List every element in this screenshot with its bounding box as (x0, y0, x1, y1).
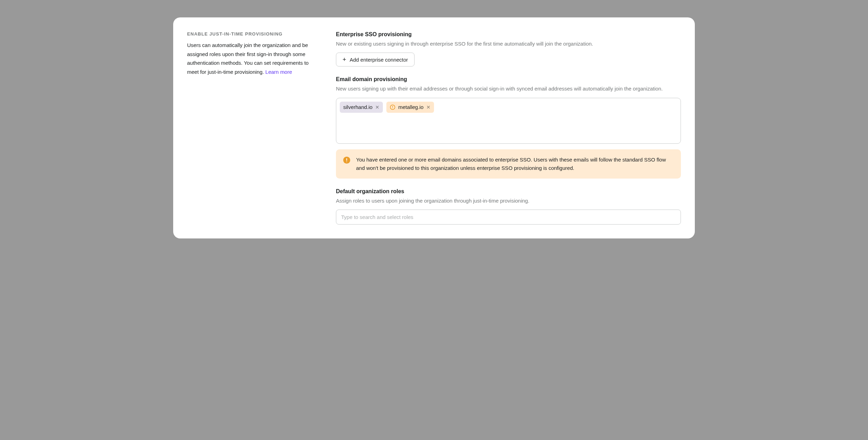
plus-icon: + (343, 56, 346, 63)
domain-tag: silverhand.io ✕ (340, 102, 383, 113)
email-domain-section: Email domain provisioning New users sign… (336, 76, 681, 178)
roles-title: Default organization roles (336, 188, 681, 195)
close-icon[interactable]: ✕ (426, 105, 431, 110)
settings-card: ENABLE JUST-IN-TIME PROVISIONING Users c… (173, 17, 695, 238)
email-title: Email domain provisioning (336, 76, 681, 82)
add-button-label: Add enterprise connector (350, 57, 408, 63)
alert-text: You have entered one or more email domai… (356, 156, 674, 172)
domain-tag-label: metalleg.io (398, 104, 424, 110)
svg-rect-5 (346, 161, 347, 162)
domain-tag: metalleg.io ✕ (386, 102, 434, 113)
add-enterprise-connector-button[interactable]: + Add enterprise connector (336, 53, 415, 66)
sso-desc: New or existing users signing in through… (336, 40, 681, 48)
warning-icon (390, 104, 395, 110)
left-column: ENABLE JUST-IN-TIME PROVISIONING Users c… (187, 31, 319, 225)
close-icon[interactable]: ✕ (375, 105, 379, 110)
domain-tag-label: silverhand.io (343, 104, 372, 110)
sso-section: Enterprise SSO provisioning New or exist… (336, 31, 681, 66)
email-desc: New users signing up with their email ad… (336, 85, 681, 93)
right-column: Enterprise SSO provisioning New or exist… (336, 31, 681, 225)
sso-warning-alert: You have entered one or more email domai… (336, 149, 681, 179)
svg-rect-1 (393, 106, 393, 108)
roles-search-input[interactable] (336, 210, 681, 225)
section-overline: ENABLE JUST-IN-TIME PROVISIONING (187, 31, 319, 37)
learn-more-link[interactable]: Learn more (265, 69, 292, 75)
warning-icon (343, 156, 351, 164)
svg-rect-2 (393, 108, 393, 108)
default-roles-section: Default organization roles Assign roles … (336, 188, 681, 225)
email-domain-input[interactable]: silverhand.io ✕ metalleg.io ✕ (336, 98, 681, 144)
sso-title: Enterprise SSO provisioning (336, 31, 681, 38)
roles-desc: Assign roles to users upon joining the o… (336, 197, 681, 205)
svg-rect-4 (346, 158, 347, 160)
section-description: Users can automatically join the organiz… (187, 41, 319, 76)
